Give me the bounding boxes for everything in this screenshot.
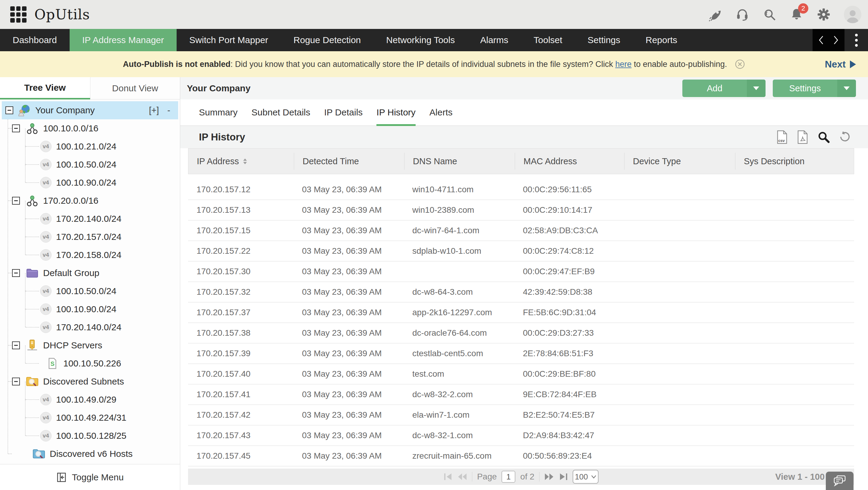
tree-item-controls[interactable]: [+]- — [149, 105, 178, 115]
settings-gear-icon[interactable] — [817, 7, 831, 21]
tree-item[interactable]: Default Group — [0, 264, 180, 282]
nav-item-toolset[interactable]: Toolset — [521, 29, 575, 51]
column-header-detected-time[interactable]: Detected Time — [294, 153, 404, 170]
table-row[interactable]: 170.20.157.1203 May 23, 06:39 AMwin10-47… — [188, 180, 854, 200]
nav-overflow-menu-icon[interactable] — [844, 29, 868, 51]
support-headset-icon[interactable] — [735, 7, 749, 21]
collapse-expander-icon[interactable] — [5, 106, 13, 114]
tree-item[interactable]: S100.10.50.226 — [0, 355, 180, 372]
feedback-chat-button[interactable] — [826, 471, 854, 490]
collapse-expander-icon[interactable] — [12, 197, 20, 205]
nav-item-reports[interactable]: Reports — [633, 29, 690, 51]
table-row[interactable]: 170.20.157.2203 May 23, 06:39 AMsdplab-w… — [188, 241, 854, 262]
tree-item[interactable]: v4100.10.21.0/24 — [0, 137, 180, 155]
tree-item[interactable]: v4100.10.50.0/24 — [0, 155, 180, 174]
banner-here-link[interactable]: here — [615, 60, 631, 69]
page-of-label: of 2 — [520, 472, 534, 482]
cell: 170.20.157.42 — [188, 410, 293, 420]
table-row[interactable]: 170.20.157.4003 May 23, 06:39 AMtest.com… — [188, 364, 854, 385]
dropdown-arrow-icon[interactable] — [747, 80, 766, 97]
cell: ela-win7-1.com — [404, 410, 515, 420]
column-header-ip-address[interactable]: IP Address — [188, 153, 294, 170]
collapse-expander-icon[interactable] — [12, 124, 20, 132]
collapse-expander-icon[interactable] — [12, 341, 20, 349]
table-row[interactable]: 170.20.157.1303 May 23, 06:39 AMwin10-23… — [188, 200, 854, 221]
nav-item-ip-address-manager[interactable]: IP Address Manager — [70, 29, 177, 51]
tab-ip-history[interactable]: IP History — [376, 99, 415, 125]
settings-button[interactable]: Settings — [773, 80, 856, 97]
tree-item[interactable]: Discovered v6 Hosts — [0, 445, 180, 463]
tree-item[interactable]: v4100.10.50.128/25 — [0, 427, 180, 445]
tree-item[interactable]: v4170.20.158.0/24 — [0, 246, 180, 264]
table-row[interactable]: 170.20.157.3203 May 23, 06:39 AMdc-w8-64… — [188, 282, 854, 303]
last-page-icon[interactable] — [559, 473, 568, 481]
toggle-menu-button[interactable]: Toggle Menu — [0, 464, 180, 490]
app-grid-icon[interactable] — [10, 6, 27, 23]
refresh-history-icon[interactable] — [839, 131, 850, 143]
table-row[interactable]: 170.20.157.3003 May 23, 06:39 AM00:0C:29… — [188, 262, 854, 282]
tree-item-label: Your Company — [35, 105, 95, 115]
tree-item[interactable]: 100.10.0.0/16 — [0, 119, 180, 137]
banner-next-button[interactable]: Next — [825, 59, 856, 70]
column-header-mac-address[interactable]: MAC Address — [515, 153, 624, 170]
banner-close-icon[interactable] — [735, 59, 745, 69]
tree-item[interactable]: v4170.20.140.0/24 — [0, 318, 180, 336]
table-row[interactable]: 170.20.157.4203 May 23, 06:39 AMela-win7… — [188, 405, 854, 426]
page-number-input[interactable] — [501, 471, 516, 483]
notifications-bell-icon[interactable]: 2 — [789, 7, 804, 21]
table-row[interactable]: 170.20.157.4103 May 23, 06:39 AMdc-w8-32… — [188, 385, 854, 405]
whats-new-rocket-icon[interactable] — [708, 7, 722, 21]
tree-item[interactable]: v4100.10.49.224/31 — [0, 409, 180, 427]
table-row[interactable]: 170.20.157.3803 May 23, 06:39 AMdc-oracl… — [188, 323, 854, 343]
tab-tree-view[interactable]: Tree View — [0, 77, 90, 99]
next-page-icon[interactable] — [544, 473, 554, 481]
folder-purple-icon — [26, 268, 38, 278]
table-row[interactable]: 170.20.157.4503 May 23, 06:39 AMzrecruit… — [188, 446, 854, 466]
tree-item[interactable]: 170.20.0.0/16 — [0, 192, 180, 210]
dropdown-arrow-icon[interactable] — [837, 80, 856, 97]
tree-item[interactable]: Discovered Subnets — [0, 372, 180, 391]
add-button[interactable]: Add — [682, 80, 766, 97]
tree-control[interactable]: [+] — [149, 105, 159, 115]
page-size-select[interactable]: 100 — [572, 470, 598, 484]
collapse-expander-icon[interactable] — [12, 269, 20, 277]
nav-item-dashboard[interactable]: Dashboard — [0, 29, 70, 51]
nav-item-alarms[interactable]: Alarms — [467, 29, 521, 51]
nav-item-rogue-detection[interactable]: Rogue Detection — [281, 29, 373, 51]
tab-ip-details[interactable]: IP Details — [324, 99, 363, 125]
nav-item-settings[interactable]: Settings — [575, 29, 633, 51]
table-row[interactable]: 170.20.157.1503 May 23, 06:39 AMdc-win7-… — [188, 221, 854, 241]
tab-donut-view[interactable]: Donut View — [90, 77, 180, 99]
column-header-device-type[interactable]: Device Type — [624, 153, 735, 170]
nav-next-icon[interactable] — [832, 35, 839, 45]
export-csv-icon[interactable]: csv — [776, 130, 788, 144]
tree-item[interactable]: v4100.10.50.0/24 — [0, 282, 180, 300]
column-header-dns-name[interactable]: DNS Name — [404, 153, 515, 170]
export-pdf-icon[interactable] — [797, 130, 808, 144]
table-search-icon[interactable] — [817, 131, 830, 144]
tree-item[interactable]: DHCP Servers — [0, 336, 180, 355]
tree-item[interactable]: v4100.10.90.0/24 — [0, 174, 180, 192]
global-search-icon[interactable] — [763, 7, 776, 21]
tree-item[interactable]: v4100.10.90.0/24 — [0, 300, 180, 318]
table-row[interactable]: 170.20.157.4303 May 23, 06:39 AMdc-w8-32… — [188, 426, 854, 446]
table-row[interactable]: 170.20.157.3903 May 23, 06:39 AMctestlab… — [188, 343, 854, 364]
column-header-sys-description[interactable]: Sys Description — [735, 153, 854, 170]
tree-item[interactable]: v4100.10.49.0/29 — [0, 391, 180, 409]
tab-alerts[interactable]: Alerts — [430, 99, 453, 125]
tab-subnet-details[interactable]: Subnet Details — [251, 99, 310, 125]
nav-prev-icon[interactable] — [818, 35, 825, 45]
tree-item[interactable]: v4170.20.157.0/24 — [0, 228, 180, 246]
user-avatar[interactable] — [844, 6, 861, 23]
tree-control[interactable]: - — [167, 105, 170, 115]
tab-summary[interactable]: Summary — [199, 99, 238, 125]
nav-item-switch-port-mapper[interactable]: Switch Port Mapper — [177, 29, 281, 51]
nav-item-networking-tools[interactable]: Networking Tools — [373, 29, 467, 51]
first-page-icon[interactable] — [444, 473, 453, 481]
table-row[interactable]: 170.20.157.3703 May 23, 06:39 AMapp-2k16… — [188, 303, 854, 323]
tree-item[interactable]: Your Company[+]- — [2, 101, 178, 119]
prev-page-icon[interactable] — [458, 473, 467, 481]
tree-item[interactable]: v4170.20.140.0/24 — [0, 210, 180, 228]
collapse-expander-icon[interactable] — [12, 377, 20, 386]
cell: 02:58:A9:DB:C3:CA — [515, 226, 624, 235]
